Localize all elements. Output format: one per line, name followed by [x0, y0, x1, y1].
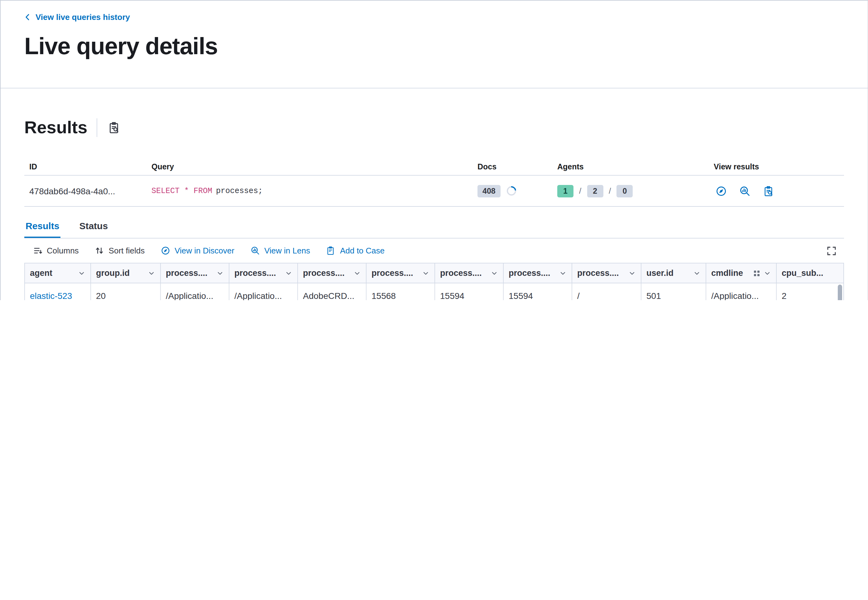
grid-cell: /Applicatio...: [706, 283, 777, 300]
query-summary-row: 478dab6d-498a-4a0... SELECT * FROM proce…: [24, 176, 844, 207]
chevron-down-icon: [693, 269, 701, 277]
column-header-3[interactable]: process....: [161, 264, 230, 283]
add-to-case-toolbar-button[interactable]: Add to Case: [322, 244, 388, 258]
chevron-down-icon: [628, 269, 636, 277]
grid-toolbar: Columns Sort fields View in Discover Vie…: [24, 238, 844, 264]
summary-col-id: ID: [24, 162, 146, 171]
column-header-label: process....: [303, 268, 350, 278]
loading-spinner: [505, 184, 518, 197]
chevron-down-icon: [353, 269, 361, 277]
summary-table: ID Query Docs Agents View results 478dab…: [24, 158, 844, 207]
chevron-down-icon: [763, 269, 771, 277]
view-in-lens-label: View in Lens: [264, 246, 310, 255]
query-id: 478dab6d-498a-4a0...: [24, 186, 146, 196]
column-header-9[interactable]: process....: [572, 264, 641, 283]
agents-success-badge: 1: [557, 185, 573, 197]
column-header-7[interactable]: process....: [435, 264, 504, 283]
grid-viewport: agentgroup.idprocess....process....proce…: [24, 264, 844, 300]
column-header-label: cmdline: [711, 268, 750, 278]
column-header-10[interactable]: user.id: [641, 264, 706, 283]
columns-button-label: Columns: [47, 246, 79, 255]
columns-icon: [33, 246, 43, 255]
agents-pending-badge: 2: [587, 185, 603, 197]
column-header-label: process....: [440, 268, 488, 278]
view-in-discover-label: View in Discover: [175, 246, 234, 255]
chevron-left-icon: [24, 14, 31, 21]
sort-icon: [95, 246, 105, 255]
query-keywords: SELECT * FROM: [152, 186, 212, 195]
column-header-2[interactable]: group.id: [91, 264, 161, 283]
lens-icon: [251, 246, 260, 255]
page-title: Live query details: [24, 32, 844, 61]
add-to-case-button[interactable]: [761, 183, 776, 198]
column-header-12[interactable]: cpu_sub...: [777, 264, 844, 283]
grid-cell: 15568: [366, 283, 435, 300]
grid-cell: 20: [91, 283, 161, 300]
sort-fields-button[interactable]: Sort fields: [91, 244, 149, 258]
agents-cell: 1 / 2 / 0: [552, 185, 709, 197]
column-actions-icon: [753, 269, 760, 277]
column-header-11[interactable]: cmdline: [706, 264, 777, 283]
view-in-discover-button[interactable]: [714, 183, 729, 198]
table-row: elastic-52320/Applicatio.../Applicatio..…: [24, 283, 843, 300]
column-header-5[interactable]: process....: [298, 264, 366, 283]
view-in-lens-button[interactable]: [737, 183, 752, 198]
column-header-label: process....: [166, 268, 213, 278]
summary-col-docs: Docs: [473, 162, 552, 171]
column-header-label: agent: [30, 268, 75, 278]
case-icon: [763, 185, 774, 197]
grid-cell: AdobeCRD...: [298, 283, 366, 300]
view-in-lens-toolbar-button[interactable]: View in Lens: [247, 244, 314, 258]
docs-count-badge: 408: [477, 185, 500, 197]
inspect-icon: [108, 121, 120, 134]
view-in-discover-toolbar-button[interactable]: View in Discover: [157, 244, 238, 258]
agents-separator: /: [609, 186, 611, 195]
column-header-label: user.id: [646, 268, 690, 278]
agents-separator: /: [579, 186, 581, 195]
sort-fields-button-label: Sort fields: [109, 246, 145, 255]
grid-cell: 501: [641, 283, 706, 300]
vertical-scrollbar[interactable]: [838, 285, 842, 300]
results-heading: Results: [24, 118, 87, 138]
grid-cell: 2: [777, 283, 843, 300]
column-header-6[interactable]: process....: [366, 264, 435, 283]
lens-icon: [739, 185, 751, 197]
discover-icon: [161, 246, 170, 255]
column-header-label: group.id: [96, 268, 144, 278]
column-header-4[interactable]: process....: [230, 264, 298, 283]
summary-header-row: ID Query Docs Agents View results: [24, 158, 844, 176]
query-text: SELECT * FROM processes;: [146, 186, 473, 195]
chevron-down-icon: [559, 269, 567, 277]
query-body: processes;: [216, 186, 263, 195]
tab-status[interactable]: Status: [78, 214, 109, 238]
column-header-label: process....: [509, 268, 556, 278]
live-query-details-page: View live queries history Live query det…: [0, 0, 868, 300]
column-header-1[interactable]: agent: [24, 264, 91, 283]
tabs: Results Status: [24, 214, 844, 238]
chevron-down-icon: [285, 269, 292, 277]
chevron-down-icon: [422, 269, 429, 277]
column-header-8[interactable]: process....: [504, 264, 572, 283]
back-link[interactable]: View live queries history: [24, 12, 130, 22]
back-link-label: View live queries history: [35, 12, 130, 22]
chevron-down-icon: [216, 269, 224, 277]
vertical-divider: [97, 118, 97, 137]
tab-results[interactable]: Results: [24, 214, 61, 238]
fullscreen-icon: [826, 245, 836, 256]
grid-cell: 15594: [504, 283, 572, 300]
summary-col-view-results: View results: [709, 162, 844, 171]
grid-cell: 15594: [435, 283, 504, 300]
grid-body: elastic-52320/Applicatio.../Applicatio..…: [24, 283, 843, 300]
chevron-down-icon: [491, 269, 498, 277]
agent-link[interactable]: elastic-523: [24, 283, 91, 300]
discover-icon: [716, 185, 727, 197]
columns-button[interactable]: Columns: [29, 244, 83, 258]
inspect-button[interactable]: [106, 120, 122, 135]
fullscreen-button[interactable]: [824, 243, 839, 258]
column-header-label: process....: [371, 268, 419, 278]
column-header-label: cpu_sub...: [782, 268, 844, 278]
add-to-case-label: Add to Case: [340, 246, 385, 255]
chevron-down-icon: [148, 269, 155, 277]
results-grid: Columns Sort fields View in Discover Vie…: [24, 238, 844, 300]
grid-cell: /: [572, 283, 641, 300]
